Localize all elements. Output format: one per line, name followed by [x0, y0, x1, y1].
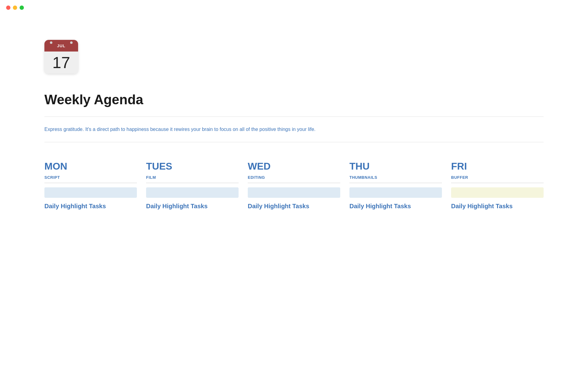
- day-column-wed: WEDEDITINGDaily Highlight Tasks: [248, 161, 340, 210]
- day-name-thu: THU: [349, 161, 442, 172]
- window-controls: [0, 0, 588, 15]
- minimize-button[interactable]: [13, 6, 17, 10]
- day-divider-thu: [349, 183, 442, 183]
- title-divider: [44, 117, 544, 117]
- day-name-tues: TUES: [146, 161, 239, 172]
- calendar-icon: JUL 17: [44, 40, 78, 74]
- day-task-tues: FILM: [146, 175, 239, 180]
- day-name-wed: WED: [248, 161, 340, 172]
- day-column-thu: THUTHUMBNAILSDaily Highlight Tasks: [349, 161, 442, 210]
- day-highlight-tues[interactable]: Daily Highlight Tasks: [146, 202, 239, 210]
- day-task-thu: THUMBNAILS: [349, 175, 442, 180]
- day-column-mon: MONSCRIPTDaily Highlight Tasks: [44, 161, 137, 210]
- quote-divider: [44, 142, 544, 142]
- day-task-wed: EDITING: [248, 175, 340, 180]
- day-name-fri: FRI: [451, 161, 544, 172]
- day-card-fri[interactable]: [451, 187, 544, 198]
- day-card-tues[interactable]: [146, 187, 239, 198]
- day-highlight-wed[interactable]: Daily Highlight Tasks: [248, 202, 340, 210]
- day-highlight-mon[interactable]: Daily Highlight Tasks: [44, 202, 137, 210]
- day-card-thu[interactable]: [349, 187, 442, 198]
- day-highlight-thu[interactable]: Daily Highlight Tasks: [349, 202, 442, 210]
- calendar-day: 17: [52, 55, 70, 71]
- quote-text: Express gratitude. It's a direct path to…: [44, 125, 381, 133]
- day-column-fri: FRIBUFFERDaily Highlight Tasks: [451, 161, 544, 210]
- day-divider-tues: [146, 183, 239, 183]
- days-grid: MONSCRIPTDaily Highlight TasksTUESFILMDa…: [44, 161, 544, 210]
- calendar-top: JUL: [44, 40, 78, 52]
- day-divider-fri: [451, 183, 544, 183]
- page-title: Weekly Agenda: [44, 92, 544, 107]
- calendar-bottom: 17: [44, 52, 78, 74]
- close-button[interactable]: [6, 6, 10, 10]
- main-content: JUL 17 Weekly Agenda Express gratitude. …: [0, 15, 588, 229]
- day-task-mon: SCRIPT: [44, 175, 137, 180]
- day-divider-wed: [248, 183, 340, 183]
- calendar-month: JUL: [57, 44, 66, 48]
- day-divider-mon: [44, 183, 137, 183]
- day-card-wed[interactable]: [248, 187, 340, 198]
- day-task-fri: BUFFER: [451, 175, 544, 180]
- day-highlight-fri[interactable]: Daily Highlight Tasks: [451, 202, 544, 210]
- day-name-mon: MON: [44, 161, 137, 172]
- day-card-mon[interactable]: [44, 187, 137, 198]
- day-column-tues: TUESFILMDaily Highlight Tasks: [146, 161, 239, 210]
- maximize-button[interactable]: [20, 6, 24, 10]
